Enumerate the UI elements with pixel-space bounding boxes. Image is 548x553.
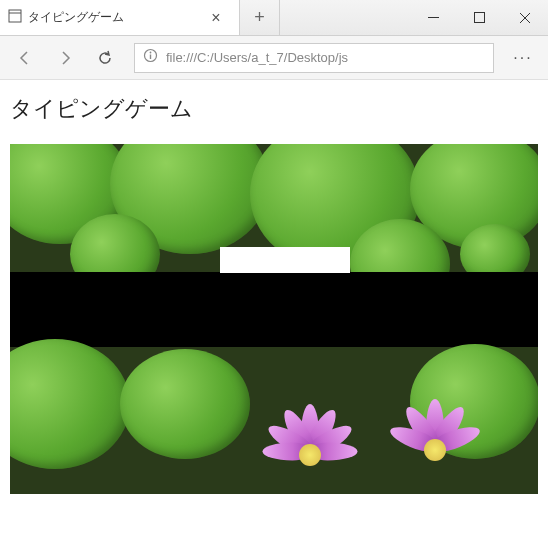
info-icon[interactable]	[143, 48, 158, 67]
svg-point-7	[150, 52, 152, 54]
typing-display-bar	[10, 272, 538, 347]
refresh-button[interactable]	[86, 39, 124, 77]
close-tab-button[interactable]: ×	[201, 9, 231, 27]
minimize-button[interactable]	[410, 0, 456, 35]
flower-decoration	[265, 404, 355, 494]
page-icon	[8, 9, 22, 27]
address-bar[interactable]: file:///C:/Users/a_t_7/Desktop/js	[134, 43, 494, 73]
close-window-button[interactable]	[502, 0, 548, 35]
more-options-button[interactable]: ···	[504, 49, 542, 67]
typing-input-box[interactable]	[220, 247, 350, 273]
svg-rect-0	[9, 10, 21, 22]
page-heading: タイピングゲーム	[10, 94, 538, 124]
flower-decoration	[390, 399, 480, 489]
background-image-bottom	[10, 349, 538, 494]
window-controls	[410, 0, 548, 35]
svg-rect-3	[474, 13, 484, 23]
browser-toolbar: file:///C:/Users/a_t_7/Desktop/js ···	[0, 36, 548, 80]
titlebar-drag-area[interactable]	[280, 0, 410, 35]
back-button[interactable]	[6, 39, 44, 77]
page-content: タイピングゲーム	[0, 80, 548, 508]
url-text: file:///C:/Users/a_t_7/Desktop/js	[166, 50, 348, 65]
maximize-button[interactable]	[456, 0, 502, 35]
window-titlebar: タイピングゲーム × +	[0, 0, 548, 36]
forward-button[interactable]	[46, 39, 84, 77]
tab-title: タイピングゲーム	[28, 9, 195, 26]
game-canvas[interactable]	[10, 144, 538, 494]
browser-tab[interactable]: タイピングゲーム ×	[0, 0, 240, 35]
new-tab-button[interactable]: +	[240, 0, 280, 35]
